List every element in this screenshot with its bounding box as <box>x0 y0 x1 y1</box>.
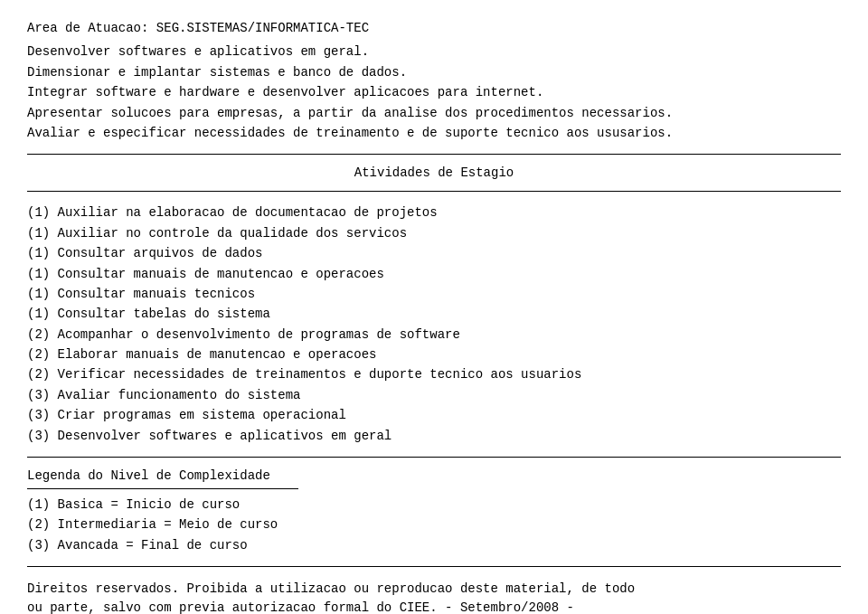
divider-activities-top <box>27 191 841 192</box>
activity-item: (1) Auxiliar na elaboracao de documentac… <box>27 203 841 222</box>
activities-section: Atividades de Estagio (1) Auxiliar na el… <box>27 165 841 446</box>
activity-item: (1) Consultar tabelas do sistema <box>27 304 841 324</box>
footer: Direitos reservados. Proibida a utilizac… <box>27 580 841 614</box>
intro-line5: Avaliar e especificar necessidades de tr… <box>27 123 841 143</box>
activity-item: (2) Elaborar manuais de manutencao e ope… <box>27 345 841 364</box>
activity-item: (2) Acompanhar o desenvolvimento de prog… <box>27 325 841 345</box>
activity-item: (3) Criar programas em sistema operacion… <box>27 405 841 425</box>
activity-item: (1) Consultar arquivos de dados <box>27 243 841 263</box>
activity-item: (3) Desenvolver softwares e aplicativos … <box>27 426 841 446</box>
intro-block: Desenvolver softwares e aplicativos em g… <box>27 42 841 143</box>
footer-line1: Direitos reservados. Proibida a utilizac… <box>27 580 841 599</box>
legend-title: Legenda do Nivel de Complexidade <box>27 468 841 483</box>
activity-list: (1) Auxiliar na elaboracao de documentac… <box>27 203 841 446</box>
intro-line1: Desenvolver softwares e aplicativos em g… <box>27 42 841 61</box>
divider-activities-bottom <box>27 457 841 458</box>
legend-divider <box>27 488 298 489</box>
divider-top <box>27 154 841 155</box>
intro-line2: Dimensionar e implantar sistemas e banco… <box>27 62 841 82</box>
footer-line2: ou parte, salvo com previa autorizacao f… <box>27 599 841 614</box>
legend-section: Legenda do Nivel de Complexidade (1) Bas… <box>27 468 841 555</box>
activity-item: (1) Auxiliar no controle da qualidade do… <box>27 223 841 243</box>
area-label: Area de Atuacao: SEG.SISTEMAS/INFORMATIC… <box>27 18 841 38</box>
legend-item: (2) Intermediaria = Meio de curso <box>27 515 841 534</box>
intro-line4: Apresentar solucoes para empresas, a par… <box>27 103 841 123</box>
area-label-text: Area de Atuacao: SEG.SISTEMAS/INFORMATIC… <box>27 21 369 35</box>
activity-item: (2) Verificar necessidades de treinament… <box>27 364 841 384</box>
activities-title: Atividades de Estagio <box>27 165 841 180</box>
activity-item: (1) Consultar manuais tecnicos <box>27 284 841 304</box>
header-area: Area de Atuacao: SEG.SISTEMAS/INFORMATIC… <box>27 18 841 143</box>
activity-item: (3) Avaliar funcionamento do sistema <box>27 385 841 405</box>
legend-item: (3) Avancada = Final de curso <box>27 535 841 555</box>
divider-footer <box>27 566 841 567</box>
activity-item: (1) Consultar manuais de manutencao e op… <box>27 264 841 284</box>
intro-line3: Integrar software e hardware e desenvolv… <box>27 82 841 102</box>
legend-list: (1) Basica = Inicio de curso(2) Intermed… <box>27 495 841 555</box>
legend-item: (1) Basica = Inicio de curso <box>27 495 841 515</box>
